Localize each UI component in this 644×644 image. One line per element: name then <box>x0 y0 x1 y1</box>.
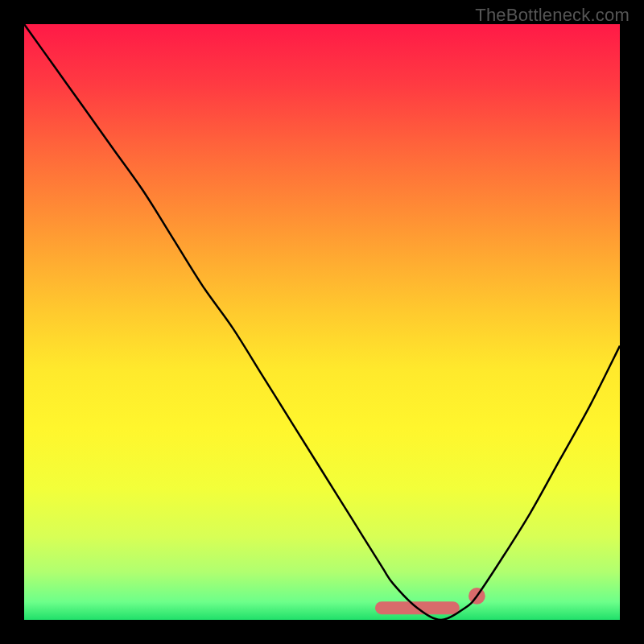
chart-plot-area <box>24 24 620 620</box>
attribution-text: TheBottleneck.com <box>475 5 630 26</box>
chart-overlay-svg <box>24 24 620 620</box>
chart-curve <box>24 24 620 620</box>
